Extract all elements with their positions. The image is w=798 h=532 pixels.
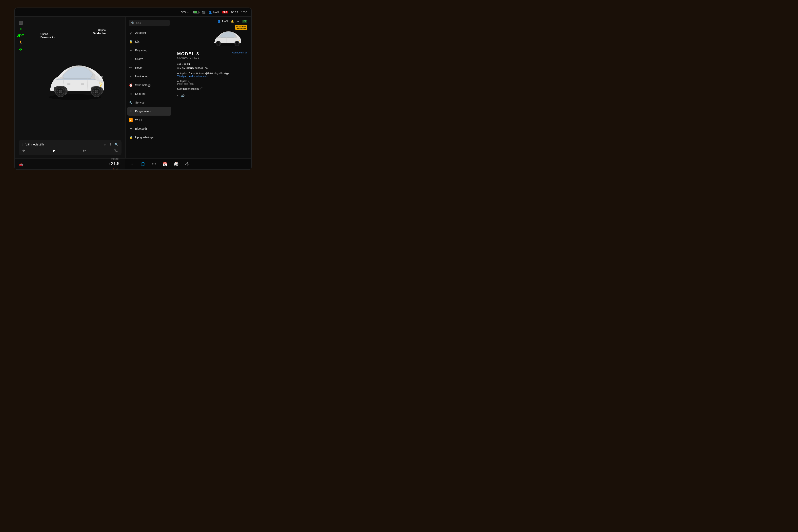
model-variant: STANDARD PLUS xyxy=(177,56,200,59)
mute-indicator: ✕ xyxy=(187,94,189,97)
games-taskbar-icon[interactable]: 🎲 xyxy=(172,160,180,168)
bell-icon[interactable]: 🔔 xyxy=(231,20,234,23)
dash-icon-4: 🏃 xyxy=(18,40,23,45)
autopilot-info-row: Autopilot: Dator för total självkörnings… xyxy=(177,72,247,78)
bottom-bar: 🚗 Manuell ‹ 21.5 › 🔥 ⚡ xyxy=(15,158,126,169)
time-display: 06:19 xyxy=(231,11,238,14)
joystick-taskbar-icon[interactable]: 🕹 xyxy=(183,160,191,168)
battery-icon xyxy=(193,11,199,14)
profile-person-icon: 👤 xyxy=(217,20,221,23)
media-title: Välj mediekälla xyxy=(25,143,102,146)
autopilot-icon: ◎ xyxy=(129,31,133,35)
left-panel: ⬛ ≡ 3DE 🏃 ⚙ Öppna Framlucka Öppna Bakluc… xyxy=(15,17,126,169)
calendar-taskbar-icon[interactable]: 📅 xyxy=(161,160,169,168)
menu-item-autopilot[interactable]: ◎ Autopilot xyxy=(126,28,173,37)
bluetooth-icon: ✱ xyxy=(129,127,133,131)
autopilot-subtitle: Paket som ingår xyxy=(177,82,247,85)
sos-badge[interactable]: SOS xyxy=(222,11,228,14)
menu-item-resor[interactable]: 〜 Resor xyxy=(126,63,173,72)
menu-item-navigering[interactable]: △ Navigering xyxy=(126,72,173,81)
temp-control: Manuell ‹ 21.5 › 🔥 ⚡ xyxy=(109,157,121,169)
skip-forward-button[interactable]: ⏭ xyxy=(83,149,87,153)
play-button[interactable]: ▶ xyxy=(53,148,56,153)
connection-info-icon[interactable]: i xyxy=(201,88,203,90)
bottom-taskbar: ♪ 🌐 ••• 📅 🎲 🕹 xyxy=(125,158,251,169)
svg-text:⚡: ⚡ xyxy=(239,40,240,42)
menu-item-las[interactable]: 🔒 Lås xyxy=(126,37,173,46)
svg-point-6 xyxy=(95,90,98,93)
temp-right-arrow[interactable]: › xyxy=(120,162,121,165)
status-bar: 303 km 📷 👤 Profil SOS 06:19 10°C xyxy=(15,8,251,17)
svg-point-19 xyxy=(217,42,220,45)
next-arrow[interactable]: › xyxy=(191,93,193,98)
music-note-icon: ♪ xyxy=(22,142,23,147)
menu-item-wifi[interactable]: 📶 Wi-Fi xyxy=(126,116,173,124)
vehicle-info-link[interactable]: Ytterligare fordonsinformation xyxy=(177,75,247,78)
lighting-icon: ✦ xyxy=(129,48,133,52)
music-taskbar-icon[interactable]: ♪ xyxy=(128,160,136,168)
more-taskbar-icon[interactable]: ••• xyxy=(150,160,158,168)
bluetooth-status-icon[interactable]: ✱ xyxy=(237,20,239,23)
temp-value: 21.5 xyxy=(111,161,119,166)
profile-button[interactable]: 👤 Profil xyxy=(209,11,219,14)
rear-label[interactable]: Öppna Baklucka xyxy=(93,28,106,35)
skip-back-button[interactable]: ⏮ xyxy=(22,149,25,153)
menu-item-skarm[interactable]: ▭ Skärm xyxy=(126,55,173,63)
phone-button[interactable]: 📞 xyxy=(114,148,118,153)
screen-icon: ▭ xyxy=(129,57,133,61)
vin-row: VIN 5YJ3E7EA6LF701169 xyxy=(177,67,247,70)
wifi-icon: 📶 xyxy=(129,118,133,122)
temp-label: Manuell xyxy=(111,157,119,160)
menu-item-service[interactable]: 🔧 Service xyxy=(126,98,173,107)
favorite-icon[interactable]: ☆ xyxy=(104,142,107,146)
connection-label: Standardanslutning i xyxy=(177,87,247,90)
search-bar-container: 🔍 Sök xyxy=(126,18,173,28)
dash-icon-3: 3DE xyxy=(17,34,24,38)
vehicle-info-panel: 👤 Profil 🔔 ✱ LTE PASSENGERAIRBAG ON xyxy=(173,17,251,169)
menu-item-schemalagg[interactable]: ⏰ Schemalägg xyxy=(126,81,173,90)
prev-arrow[interactable]: ‹ xyxy=(177,93,178,98)
autopilot-info-icon[interactable]: i xyxy=(188,80,191,82)
equalizer-icon[interactable]: ⫿ xyxy=(110,142,111,146)
svg-point-17 xyxy=(235,42,239,45)
car-thumbnail: PASSENGERAIRBAG ON ⚡ xyxy=(208,25,247,49)
autopilot-label: Autopilot i xyxy=(177,80,247,82)
dash-icon-5: ⚙ xyxy=(19,47,22,52)
front-label[interactable]: Öppna Framlucka xyxy=(40,33,55,39)
car-icon: 🚗 xyxy=(19,162,23,167)
menu-item-sakerhet[interactable]: ⊕ Säkerhet xyxy=(126,90,173,98)
volume-icon[interactable]: 🔊 xyxy=(181,94,185,97)
media-player: ♪ Välj mediekälla ☆ ⫿ 🔍 ⏮ ▶ ⏭ 📞 xyxy=(19,140,121,155)
trips-icon: 〜 xyxy=(129,66,133,70)
right-panel: 🔍 Sök ◎ Autopilot 🔒 Lås ✦ Belysning xyxy=(126,17,251,169)
autopilot-title: Autopilot: Dator för total självkörnings… xyxy=(177,72,247,75)
menu-item-uppgraderingar[interactable]: 🔒 Uppgraderingar xyxy=(126,133,173,142)
panel-navigation: ‹ 🔊 ✕ › xyxy=(177,93,247,98)
svg-point-9 xyxy=(59,90,62,93)
rename-link[interactable]: Namnge din bil xyxy=(231,51,247,54)
car-thumbnail-container: PASSENGERAIRBAG ON ⚡ xyxy=(177,25,247,49)
lock-icon: 🔒 xyxy=(129,40,133,43)
menu-item-bluetooth[interactable]: ✱ Bluetooth xyxy=(126,124,173,133)
temp-heat-icon: 🔥 xyxy=(112,168,115,169)
car-view: Öppna Framlucka Öppna Baklucka xyxy=(24,17,126,140)
car-illustration: ⚡ xyxy=(39,53,111,104)
schedule-icon: ⏰ xyxy=(129,83,133,87)
search-field[interactable]: 🔍 Sök xyxy=(129,20,170,26)
browser-taskbar-icon[interactable]: 🌐 xyxy=(139,160,147,168)
svg-rect-12 xyxy=(81,83,84,84)
profile-label-row[interactable]: 👤 Profil xyxy=(217,20,228,23)
temp-left-arrow[interactable]: ‹ xyxy=(109,162,110,165)
service-icon: 🔧 xyxy=(129,100,133,104)
mileage-value: 106 736 km xyxy=(177,62,191,65)
mileage-row: 106 736 km xyxy=(177,62,247,65)
model-name: MODEL 3 xyxy=(177,51,200,56)
svg-text:⚡: ⚡ xyxy=(99,84,103,88)
svg-rect-11 xyxy=(67,83,71,84)
signal-icon: LTE xyxy=(242,20,247,23)
passenger-airbag-badge: PASSENGERAIRBAG ON xyxy=(235,25,247,30)
connection-row: Standardanslutning i xyxy=(177,87,247,90)
menu-item-programvara[interactable]: ⬇ Programvara xyxy=(127,107,171,116)
search-icon[interactable]: 🔍 xyxy=(114,142,118,146)
menu-item-belysning[interactable]: ✦ Belysning xyxy=(126,46,173,55)
